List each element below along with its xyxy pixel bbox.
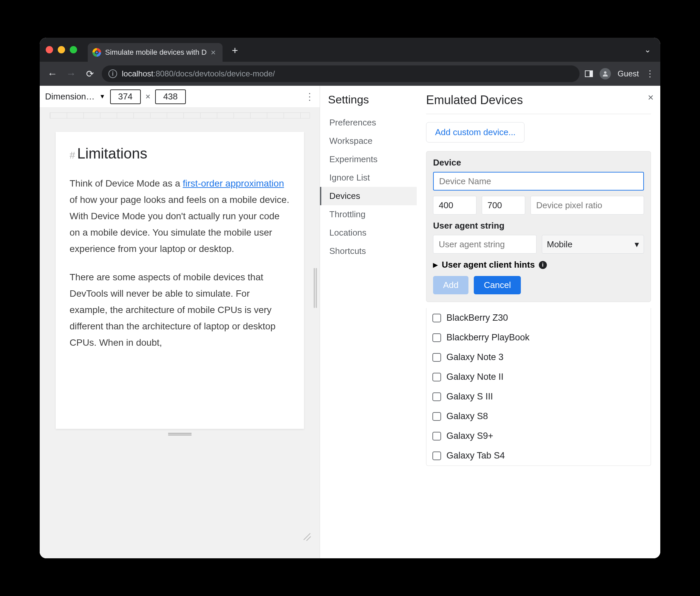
device-row[interactable]: Galaxy Note II [426, 367, 651, 387]
device-row[interactable]: BlackBerry Z30 [426, 308, 651, 328]
titlebar: Simulate mobile devices with D × + ⌄ [40, 38, 660, 62]
select-value: Mobile [547, 239, 573, 250]
chevron-down-icon: ▾ [634, 239, 639, 250]
page-paragraph-2: There are some aspects of mobile devices… [70, 269, 290, 351]
close-settings-icon[interactable]: × [648, 92, 654, 103]
device-checkbox[interactable] [432, 333, 441, 342]
add-custom-device-button[interactable]: Add custom device... [426, 122, 525, 143]
device-label: Galaxy S III [446, 392, 493, 402]
url-text: localhost:8080/docs/devtools/device-mode… [122, 69, 275, 78]
profile-avatar-icon[interactable] [600, 68, 611, 79]
settings-item-workspace[interactable]: Workspace [320, 132, 417, 150]
first-order-approximation-link[interactable]: first-order approximation [183, 178, 284, 189]
svg-point-0 [604, 71, 606, 74]
page-paragraph-1: Think of Device Mode as a first-order ap… [70, 175, 290, 257]
user-agent-type-select[interactable]: Mobile ▾ [542, 235, 644, 254]
browser-menu-icon[interactable]: ⋮ [646, 69, 654, 79]
close-tab-icon[interactable]: × [210, 48, 216, 57]
toolbar-right: Guest ⋮ [585, 68, 654, 79]
device-checkbox[interactable] [432, 451, 441, 460]
times-separator: × [146, 92, 150, 102]
side-panel-icon[interactable] [585, 70, 593, 77]
maximize-window-button[interactable] [70, 46, 77, 53]
user-agent-input[interactable] [433, 235, 536, 254]
device-checkbox[interactable] [432, 412, 441, 421]
forward-button[interactable]: → [65, 68, 78, 79]
settings-item-locations[interactable]: Locations [320, 224, 417, 242]
tabs-overflow-chevron-icon[interactable]: ⌄ [644, 45, 654, 54]
ua-client-hints-toggle[interactable]: ▶ User agent client hints i [433, 259, 644, 270]
device-row[interactable]: Galaxy S III [426, 387, 651, 406]
anchor-hash-icon[interactable]: # [70, 149, 75, 160]
settings-item-preferences[interactable]: Preferences [320, 114, 417, 132]
window-controls [46, 46, 77, 53]
browser-tab[interactable]: Simulate mobile devices with D × [88, 43, 223, 62]
width-ruler[interactable] [50, 113, 310, 119]
close-window-button[interactable] [46, 46, 53, 53]
device-row[interactable]: Galaxy Note 3 [426, 347, 651, 367]
new-tab-button[interactable]: + [227, 44, 243, 57]
site-info-icon[interactable]: i [108, 69, 117, 78]
browser-window: Simulate mobile devices with D × + ⌄ ← →… [40, 38, 660, 558]
cancel-device-button[interactable]: Cancel [474, 276, 521, 294]
device-row[interactable]: Blackberry PlayBook [426, 328, 651, 347]
device-label: Galaxy Tab S4 [446, 450, 505, 461]
settings-item-throttling[interactable]: Throttling [320, 205, 417, 224]
viewport-width-input[interactable] [110, 90, 141, 104]
device-pixel-ratio-input[interactable] [530, 196, 644, 215]
settings-title: Settings [328, 93, 417, 106]
device-height-input[interactable] [482, 196, 525, 215]
omnibox[interactable]: i localhost:8080/docs/devtools/device-mo… [102, 66, 579, 82]
device-row[interactable]: Galaxy S8 [426, 406, 651, 426]
device-label: Blackberry PlayBook [446, 332, 529, 343]
disclosure-triangle-icon: ▶ [433, 261, 438, 269]
dimensions-dropdown[interactable]: Dimension… [45, 92, 95, 102]
settings-item-shortcuts[interactable]: Shortcuts [320, 242, 417, 260]
ua-section-label: User agent string [433, 221, 644, 231]
device-list: BlackBerry Z30Blackberry PlayBookGalaxy … [426, 308, 651, 466]
content-area: Dimension… ▼ × ⋮ #Limitations Think of D… [40, 86, 660, 558]
dropdown-caret-icon[interactable]: ▼ [99, 93, 105, 100]
device-section-label: Device [433, 157, 644, 168]
viewport-height-input[interactable] [155, 90, 186, 104]
device-name-input[interactable] [433, 172, 644, 191]
settings-main: × Emulated Devices Add custom device... … [417, 86, 660, 558]
viewport-resize-handle-bottom[interactable] [168, 433, 192, 436]
viewport-holder: #Limitations Think of Device Mode as a f… [40, 108, 320, 558]
reload-button[interactable]: ⟳ [83, 68, 96, 79]
device-checkbox[interactable] [432, 432, 441, 441]
settings-item-ignore-list[interactable]: Ignore List [320, 169, 417, 187]
settings-item-experiments[interactable]: Experiments [320, 150, 417, 169]
device-label: BlackBerry Z30 [446, 313, 508, 323]
device-checkbox[interactable] [432, 353, 441, 362]
add-device-button[interactable]: Add [433, 276, 469, 294]
device-label: Galaxy Note 3 [446, 352, 503, 363]
settings-item-devices[interactable]: Devices [320, 187, 417, 205]
emulated-viewport[interactable]: #Limitations Think of Device Mode as a f… [56, 132, 304, 429]
device-width-input[interactable] [433, 196, 476, 215]
page-heading: #Limitations [70, 145, 290, 162]
address-bar: ← → ⟳ i localhost:8080/docs/devtools/dev… [40, 62, 660, 86]
profile-label: Guest [618, 69, 639, 78]
device-checkbox[interactable] [432, 393, 441, 401]
device-row[interactable]: Galaxy Tab S4 [426, 446, 651, 466]
device-mode-pane: Dimension… ▼ × ⋮ #Limitations Think of D… [40, 86, 320, 558]
divider [426, 114, 651, 114]
devtools-settings-pane: Settings PreferencesWorkspaceExperiments… [320, 86, 660, 558]
device-checkbox[interactable] [432, 314, 441, 322]
resize-corner-icon[interactable] [303, 531, 311, 540]
info-icon[interactable]: i [539, 261, 547, 269]
custom-device-form: Device User agent string Mobile ▾ [426, 151, 651, 302]
tab-title: Simulate mobile devices with D [105, 48, 206, 57]
device-toolbar: Dimension… ▼ × ⋮ [40, 86, 320, 108]
emulated-devices-title: Emulated Devices [426, 93, 651, 107]
minimize-window-button[interactable] [58, 46, 65, 53]
device-row[interactable]: Galaxy S9+ [426, 426, 651, 446]
device-toolbar-menu-icon[interactable]: ⋮ [305, 91, 314, 102]
device-label: Galaxy S8 [446, 411, 488, 421]
device-checkbox[interactable] [432, 373, 441, 381]
chrome-favicon-icon [93, 48, 101, 57]
viewport-resize-handle-right[interactable] [314, 268, 317, 308]
ua-client-hints-label: User agent client hints [442, 259, 535, 270]
back-button[interactable]: ← [46, 68, 59, 79]
